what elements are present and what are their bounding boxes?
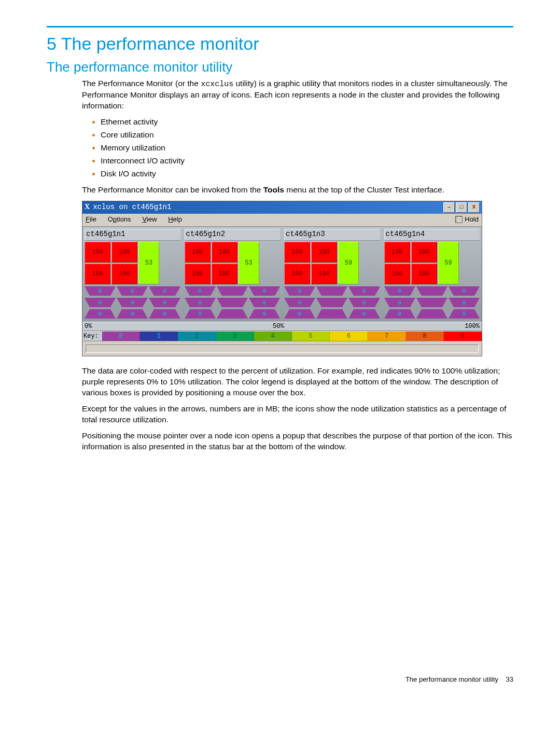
node-grid: 10010059100100	[284, 242, 380, 284]
chapter-title: 5 The performance monitor	[47, 34, 513, 54]
arrow-up: 0	[449, 286, 480, 296]
performance-monitor-window: X xclus on ct465g1n1 – □ X File Options …	[82, 201, 482, 357]
status-bar	[82, 341, 482, 356]
scale-mid: 50%	[273, 322, 284, 330]
footer-label: The performance monitor utility	[405, 675, 498, 683]
arrow-mid: 0	[249, 298, 280, 307]
node-title: ct465g1n1	[85, 229, 180, 241]
arrow-up: 0	[249, 286, 280, 296]
core-cell: 100	[185, 242, 211, 263]
key-seg-7: 7	[368, 331, 405, 341]
arrow-down: 0	[85, 309, 116, 319]
arrow-down: 0	[384, 309, 415, 319]
invoke-suffix: menu at the top of the Cluster Test inte…	[284, 185, 444, 194]
key-seg-1: 1	[140, 331, 178, 341]
menu-help[interactable]: Help	[168, 215, 182, 223]
intro-paragraph: The Performance Monitor (or the xcxclus …	[82, 78, 513, 112]
arrow-up: 0	[384, 286, 415, 296]
arrow-row: 00	[384, 286, 480, 296]
arrow-down	[416, 309, 447, 319]
arrow-mid	[416, 298, 447, 307]
arrow-mid: 0	[185, 298, 216, 307]
menu-options[interactable]: Options	[108, 215, 131, 223]
arrow-mid: 0	[85, 298, 116, 307]
arrow-up: 0	[149, 286, 180, 296]
scale-left: 0%	[85, 322, 92, 330]
core-cell: 100	[111, 242, 137, 263]
x-logo-icon: X	[85, 202, 90, 212]
core-cell: 100	[212, 242, 237, 263]
arrow-mid: 0	[284, 298, 315, 307]
arrow-up: 0	[117, 286, 148, 296]
list-item: Core utilization	[101, 130, 513, 141]
core-cell: 100	[85, 264, 110, 284]
arrow-down: 0	[117, 309, 148, 319]
core-cell: 100	[311, 242, 337, 263]
core-cell: 100	[85, 242, 110, 263]
arrow-row: 000	[85, 309, 180, 319]
intro-code: xcxclus	[201, 80, 233, 89]
core-cell: 100	[212, 264, 237, 284]
arrow-mid	[217, 298, 248, 307]
arrow-row: 00	[185, 298, 281, 307]
core-cell: 100	[411, 242, 437, 263]
key-seg-5: 5	[292, 331, 330, 341]
invoke-prefix: The Performance Monitor can be invoked f…	[82, 185, 263, 194]
mem-cell: 53	[239, 242, 259, 284]
arrow-mid: 0	[117, 298, 148, 307]
list-item: Disk I/O activity	[101, 169, 513, 179]
node-panel[interactable]: ct465g1n310010059100100000000	[282, 228, 382, 321]
arrow-down: 0	[249, 309, 280, 319]
arrow-up	[217, 286, 248, 296]
arrow-row: 000	[85, 286, 180, 296]
arrow-down: 0	[348, 309, 380, 319]
core-cell: 100	[411, 264, 437, 284]
arrow-up: 0	[348, 286, 380, 296]
key-seg-2: 2	[178, 331, 216, 341]
node-panel[interactable]: ct465g1n410010059100100000000	[382, 228, 482, 321]
key-seg-0: 0	[102, 331, 140, 341]
arrow-row: 000	[85, 298, 180, 307]
maximize-button[interactable]: □	[456, 202, 467, 213]
arrow-mid: 0	[384, 298, 415, 307]
node-grid: 10010053100100	[185, 242, 281, 284]
arrow-down: 0	[185, 309, 216, 319]
node-panel[interactable]: ct465g1n110010053100100000000000	[82, 228, 183, 321]
hold-toggle[interactable]: Hold	[455, 215, 479, 224]
node-title: ct465g1n4	[384, 229, 480, 241]
core-cell: 100	[311, 264, 337, 284]
window-title: xclus on ct465g1n1	[93, 202, 171, 212]
mem-cell: 59	[338, 242, 359, 284]
arrow-row: 00	[384, 309, 480, 319]
core-cell: 100	[384, 242, 410, 263]
section-title: The performance monitor utility	[47, 59, 513, 75]
arrow-down	[316, 309, 347, 319]
core-cell: 100	[185, 264, 211, 284]
arrow-down: 0	[149, 309, 180, 319]
hold-label: Hold	[465, 215, 479, 224]
arrow-up: 0	[185, 286, 216, 296]
scrollbar-track[interactable]	[86, 344, 479, 353]
arrow-mid: 0	[149, 298, 180, 307]
arrow-mid: 0	[348, 298, 380, 307]
menu-view[interactable]: View	[142, 215, 157, 223]
key-seg-4: 4	[254, 331, 292, 341]
minimize-button[interactable]: –	[443, 202, 455, 213]
hold-checkbox-icon[interactable]	[455, 216, 463, 223]
arrow-down	[217, 309, 248, 319]
menu-file[interactable]: File	[86, 215, 96, 223]
nodes-area: ct465g1n110010053100100000000000ct465g1n…	[82, 227, 482, 322]
arrow-up	[316, 286, 347, 296]
node-panel[interactable]: ct465g1n210010053100100000000	[183, 228, 283, 321]
arrow-down: 0	[284, 309, 315, 319]
window-titlebar[interactable]: X xclus on ct465g1n1 – □ X	[82, 201, 482, 214]
close-button[interactable]: X	[468, 202, 480, 213]
arrow-row: 00	[284, 286, 380, 296]
scale-right: 100%	[465, 322, 480, 330]
invoke-paragraph: The Performance Monitor can be invoked f…	[82, 185, 513, 196]
para-units: Except for the values in the arrows, num…	[82, 404, 513, 425]
arrow-down: 0	[449, 309, 480, 319]
para-color-coding: The data are color-coded with respect to…	[82, 366, 513, 398]
key-seg-6: 6	[330, 331, 368, 341]
core-cell: 100	[384, 264, 410, 284]
